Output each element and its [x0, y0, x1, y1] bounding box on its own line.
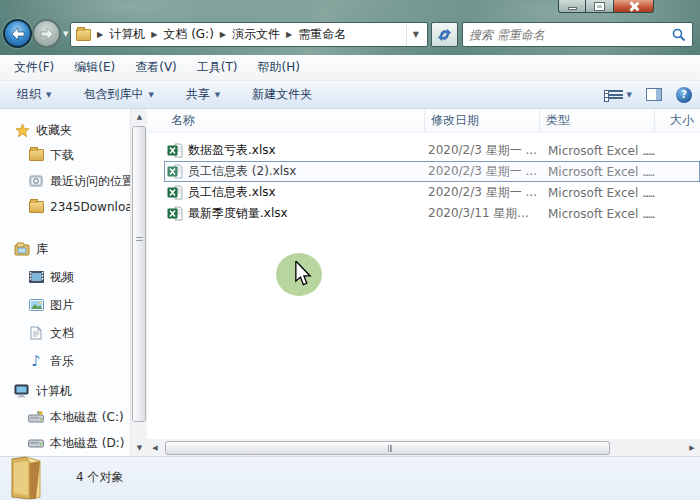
window-controls	[558, 0, 654, 13]
folder-icon	[28, 199, 44, 215]
file-size: ...	[644, 144, 655, 158]
menu-bar: 文件(F) 编辑(E) 查看(V) 工具(T) 帮助(H)	[0, 55, 700, 81]
column-header-name[interactable]: 名称	[147, 109, 425, 132]
sidebar-label: 最近访问的位置	[50, 173, 130, 190]
organize-button[interactable]: 组织 ▼	[8, 82, 60, 107]
sidebar-item-2345downloads[interactable]: 2345Downloads	[0, 196, 130, 218]
maximize-icon	[595, 3, 604, 10]
address-dropdown-button[interactable]: ▼	[406, 23, 425, 46]
forward-arrow-icon	[40, 28, 54, 40]
excel-file-icon	[167, 206, 183, 224]
title-bar: ▼ ▶ 计算机 ▶ 文档 (G:) ▶ 演示文件 ▶ 需重命名 ▼	[0, 0, 700, 55]
file-type: Microsoft Excel ...	[548, 165, 653, 179]
file-type: Microsoft Excel ...	[548, 186, 653, 200]
file-date: 2020/2/3 星期一 ...	[428, 184, 537, 201]
recent-pages-dropdown[interactable]: ▼	[63, 30, 68, 38]
sidebar-scrollbar[interactable]: ▲ ▼	[130, 109, 147, 456]
excel-file-icon	[167, 143, 183, 161]
new-folder-button[interactable]: 新建文件夹	[243, 82, 321, 107]
main-area: 收藏夹 下载 最近访问的位置 2345Downloads 库	[0, 109, 700, 456]
sidebar-section-computer[interactable]: 计算机	[0, 380, 130, 402]
column-header-size[interactable]: 大小	[655, 109, 700, 132]
sidebar-label: 图片	[50, 297, 74, 314]
excel-file-icon	[167, 164, 183, 182]
minimize-icon	[568, 7, 577, 10]
forward-button[interactable]	[32, 19, 61, 48]
menu-file[interactable]: 文件(F)	[4, 55, 64, 80]
breadcrumb-separator-icon: ▶	[280, 30, 298, 39]
search-input[interactable]	[469, 28, 672, 42]
file-rows: 数据盈亏表.xlsx 2020/2/3 星期一 ... Microsoft Ex…	[147, 140, 700, 224]
scroll-right-icon[interactable]: ▶	[684, 439, 700, 456]
change-view-button[interactable]: ▼	[609, 89, 632, 101]
file-type: Microsoft Excel ...	[548, 144, 653, 158]
file-name: 员工信息表 (2).xlsx	[188, 163, 296, 180]
sidebar-item-music[interactable]: ♪ 音乐	[0, 350, 130, 372]
breadcrumb-current-folder[interactable]: 需重命名	[298, 26, 346, 43]
scrollbar-grip	[388, 445, 392, 452]
computer-icon	[14, 383, 30, 399]
file-date: 2020/3/11 星期...	[428, 205, 529, 222]
back-button[interactable]	[3, 19, 32, 48]
minimize-button[interactable]	[558, 0, 586, 13]
breadcrumb-drive-g[interactable]: 文档 (G:)	[163, 26, 214, 43]
file-type: Microsoft Excel ...	[548, 207, 653, 221]
scroll-down-icon[interactable]: ▼	[131, 440, 148, 456]
star-icon	[14, 122, 30, 138]
back-arrow-icon	[11, 28, 25, 40]
search-box[interactable]	[462, 22, 693, 47]
scroll-up-icon[interactable]: ▲	[131, 109, 148, 125]
mouse-cursor	[294, 261, 312, 287]
folder-icon-large	[6, 453, 58, 500]
chevron-down-icon: ▼	[148, 91, 153, 99]
disk-d-icon	[28, 435, 44, 451]
scrollbar-thumb[interactable]	[165, 441, 610, 455]
scrollbar-thumb[interactable]	[132, 126, 146, 422]
file-row-selected[interactable]: 员工信息表 (2).xlsx 2020/2/3 星期一 ... Microsof…	[147, 161, 700, 182]
sidebar-item-documents[interactable]: 文档	[0, 322, 130, 344]
help-button[interactable]: ?	[676, 87, 692, 103]
preview-pane-button[interactable]	[646, 88, 662, 101]
details-pane: 4 个对象	[0, 456, 700, 500]
menu-help[interactable]: 帮助(H)	[248, 55, 310, 80]
sidebar-label: 视频	[50, 269, 74, 286]
share-button[interactable]: 共享 ▼	[177, 82, 229, 107]
refresh-button[interactable]	[431, 22, 458, 47]
menu-view[interactable]: 查看(V)	[125, 55, 187, 80]
new-folder-label: 新建文件夹	[252, 86, 312, 103]
sidebar-section-libraries[interactable]: 库	[0, 238, 130, 260]
include-in-library-label: 包含到库中	[83, 86, 143, 103]
file-row[interactable]: 数据盈亏表.xlsx 2020/2/3 星期一 ... Microsoft Ex…	[147, 140, 700, 161]
maximize-button[interactable]	[586, 0, 614, 13]
sidebar-label: 本地磁盘 (D:)	[50, 435, 124, 452]
menu-edit[interactable]: 编辑(E)	[64, 55, 125, 80]
column-header-date[interactable]: 修改日期	[425, 109, 540, 132]
breadcrumb-separator-icon: ▶	[214, 30, 232, 39]
column-header-type[interactable]: 类型	[540, 109, 655, 132]
breadcrumb-demo-folder[interactable]: 演示文件	[232, 26, 280, 43]
scroll-left-icon[interactable]: ◀	[147, 439, 163, 456]
file-row[interactable]: 员工信息表.xlsx 2020/2/3 星期一 ... Microsoft Ex…	[147, 182, 700, 203]
close-button[interactable]	[614, 0, 654, 13]
sidebar-item-downloads[interactable]: 下载	[0, 144, 130, 166]
chevron-down-icon: ▼	[215, 91, 220, 99]
sidebar-item-disk-c[interactable]: 本地磁盘 (C:)	[0, 406, 130, 428]
sidebar-item-recent-places[interactable]: 最近访问的位置	[0, 170, 130, 192]
sidebar-section-favorites[interactable]: 收藏夹	[0, 119, 130, 141]
sidebar-label: 音乐	[50, 353, 74, 370]
sidebar-item-videos[interactable]: 视频	[0, 266, 130, 288]
file-row[interactable]: 最新季度销量.xlsx 2020/3/11 星期... Microsoft Ex…	[147, 203, 700, 224]
music-icon: ♪	[28, 353, 44, 369]
include-in-library-button[interactable]: 包含到库中 ▼	[74, 82, 162, 107]
sidebar-item-pictures[interactable]: 图片	[0, 294, 130, 316]
file-date: 2020/2/3 星期一 ...	[428, 163, 537, 180]
file-list-horizontal-scrollbar[interactable]: ◀ ▶	[147, 439, 700, 456]
navigation-pane: 收藏夹 下载 最近访问的位置 2345Downloads 库	[0, 109, 130, 456]
menu-tools[interactable]: 工具(T)	[187, 55, 248, 80]
breadcrumb-computer[interactable]: 计算机	[109, 26, 145, 43]
sidebar-label: 收藏夹	[36, 122, 72, 139]
file-size: ...	[644, 186, 655, 200]
libraries-icon	[14, 241, 30, 257]
sidebar-label: 计算机	[36, 383, 72, 400]
address-bar[interactable]: ▶ 计算机 ▶ 文档 (G:) ▶ 演示文件 ▶ 需重命名 ▼	[70, 22, 428, 47]
